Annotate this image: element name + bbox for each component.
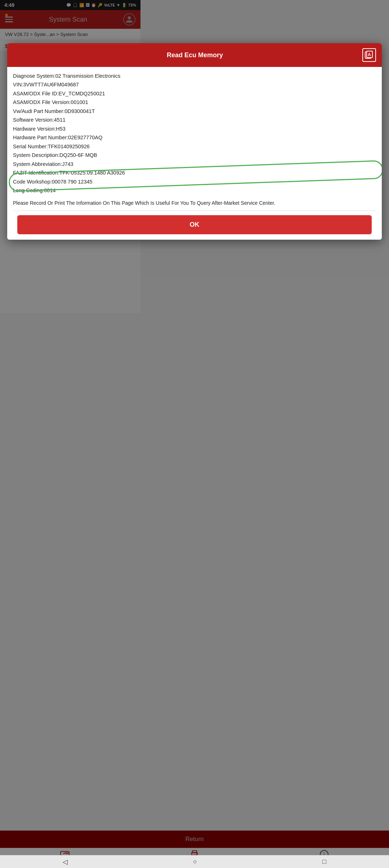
modal-body[interactable]: Diagnose System:02 Transmission Electron… [7, 67, 140, 240]
ecu-line-9: Serial Number:TFK01409250926 [13, 143, 140, 150]
modal-divider [13, 211, 140, 211]
modal-title: Read Ecu Memory [27, 51, 140, 59]
ecu-line-7: Hardware Version:H53 [13, 125, 140, 133]
ecu-line-11: System Abbreviation:J743 [13, 160, 140, 168]
ecu-line-4: ASAM/ODX File Version:001001 [13, 98, 140, 106]
ecu-line-2: VIN:3VWTT7AU6FM049687 [13, 81, 140, 89]
ecu-line-1: Diagnose System:02 Transmission Electron… [13, 72, 140, 80]
ecu-line-8: Hardware Part Number:02E927770AQ [13, 134, 140, 141]
ecu-line-12: Code Workshop:00078 790 12345 [13, 178, 140, 186]
ok-button[interactable]: OK [17, 215, 140, 234]
ecu-line-6: Software Version:4511 [13, 116, 140, 124]
ecu-line-10: System Description:DQ250-6F MQB [13, 151, 140, 159]
ecu-fazit-wrapper: FAZIT Identification:TFK-05325.09.1480 A… [13, 169, 140, 177]
ecu-line-13: Long Coding:0014 [13, 186, 140, 194]
read-ecu-memory-modal: Read Ecu Memory A Diagnose System:02 Tra… [7, 43, 140, 240]
ecu-line-5: Vw/Audi Part Number:0D9300041T [13, 107, 140, 115]
ecu-line-3: ASAM/ODX File ID:EV_TCMDQ250021 [13, 90, 140, 98]
ecu-notice-text: Please Record Or Print The Information O… [13, 199, 140, 207]
modal-header: Read Ecu Memory A [7, 43, 140, 67]
ecu-line-fazit: FAZIT Identification:TFK-05325.09.1480 A… [13, 169, 140, 177]
